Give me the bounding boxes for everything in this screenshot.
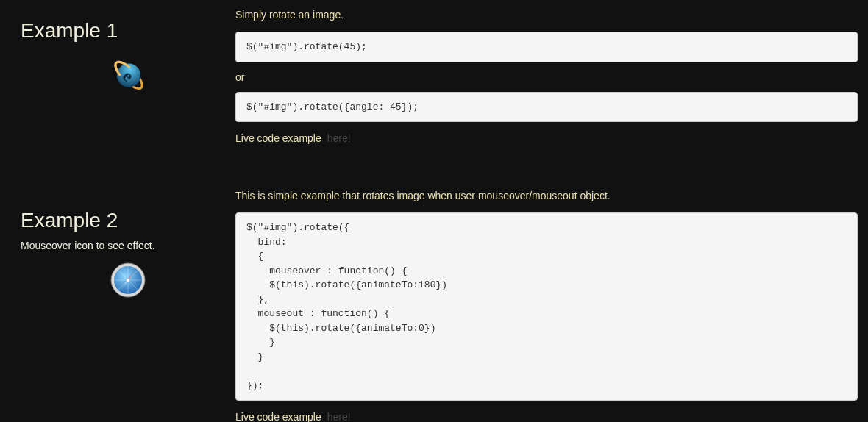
example-1-title: Example 1 (21, 19, 235, 43)
example-2-image-holder (21, 262, 235, 301)
example-1-code-1[interactable]: $("#img").rotate(45); (235, 32, 858, 62)
example-1-content: Simply rotate an image. $("#img").rotate… (235, 7, 858, 144)
example-1-sidebar: Example 1 e (21, 7, 235, 98)
live-code-label: Live code example (235, 132, 321, 144)
example-2-description: This is simple example that rotates imag… (235, 188, 858, 204)
example-1-live-line: Live code example here! (235, 132, 858, 144)
example-2-sidebar: Example 2 Mouseover icon to see effect. (21, 188, 235, 301)
svg-point-13 (127, 279, 130, 282)
compass-icon[interactable] (110, 262, 146, 301)
example-1-code-2[interactable]: $("#img").rotate({angle: 45}); (235, 92, 858, 123)
example-1-separator: or (235, 71, 858, 83)
example-1-image-holder: e (21, 54, 235, 98)
rotated-e-icon: e (98, 46, 157, 106)
example-2-subtitle: Mouseover icon to see effect. (21, 240, 235, 251)
example-1-live-link[interactable]: here! (327, 132, 351, 144)
example-2-live-link[interactable]: here! (327, 411, 351, 422)
example-2-live-line: Live code example here! (235, 411, 858, 422)
example-2: Example 2 Mouseover icon to see effect. (0, 188, 868, 422)
example-2-title: Example 2 (21, 209, 235, 232)
live-code-label-2: Live code example (235, 411, 321, 422)
example-1-description: Simply rotate an image. (235, 7, 858, 23)
example-2-code-1[interactable]: $("#img").rotate({ bind: { mouseover : f… (235, 212, 858, 401)
example-2-content: This is simple example that rotates imag… (235, 188, 858, 422)
example-1: Example 1 e Simp (0, 7, 868, 144)
